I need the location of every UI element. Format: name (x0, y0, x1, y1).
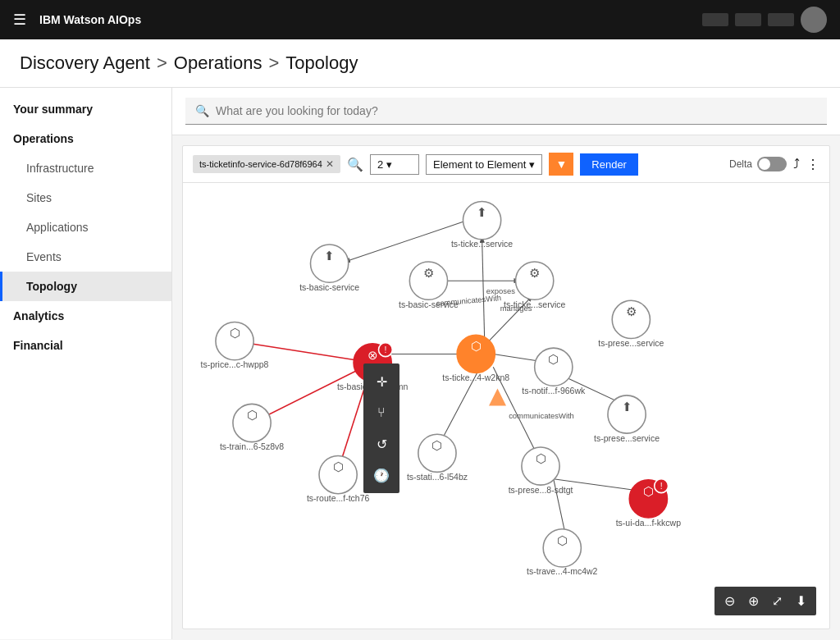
svg-text:ts-stati...6-l54bz: ts-stati...6-l54bz (407, 472, 468, 482)
app-title: IBM Watson AIOps (39, 13, 141, 26)
svg-text:⬆: ⬆ (477, 206, 487, 219)
funnel-icon: ▼ (555, 158, 567, 171)
svg-text:⬡: ⬡ (230, 327, 240, 340)
search-input[interactable] (216, 104, 817, 117)
zoom-controls: ⊖ ⊕ ⤢ ⬇ (714, 587, 816, 615)
filter-tag-text: ts-ticketinfo-service-6d78f6964-w2kn8 (199, 159, 322, 169)
svg-marker-20 (489, 388, 506, 405)
share-icon[interactable]: ⤴ (793, 157, 800, 171)
element-mode-chevron-icon: ▾ (529, 158, 535, 171)
svg-text:!: ! (660, 481, 663, 491)
main-layout: Your summary Operations Infrastructure S… (0, 88, 840, 639)
svg-text:⚙: ⚙ (529, 267, 540, 280)
sidebar-item-analytics[interactable]: Analytics (0, 301, 171, 331)
sidebar-item-sites[interactable]: Sites (0, 183, 171, 213)
sidebar-item-topology[interactable]: Topology (0, 272, 171, 301)
element-mode-label: Element to Element (433, 158, 526, 171)
svg-text:ts-prese...service: ts-prese...service (594, 433, 660, 443)
svg-text:ts-trave...4-mc4w2: ts-trave...4-mc4w2 (527, 566, 598, 576)
render-button[interactable]: Render (580, 153, 638, 176)
svg-text:communicatesWith: communicatesWith (509, 411, 574, 420)
filter-icon-button[interactable]: ▼ (549, 153, 573, 176)
topnav: ☰ IBM Watson AIOps (0, 0, 840, 39)
delta-toggle: Delta (729, 157, 787, 171)
history-tool-button[interactable]: 🕐 (367, 460, 396, 490)
topnav-controls (702, 7, 827, 33)
page-header: Discovery Agent > Operations > Topology (0, 39, 840, 88)
breadcrumb-item-1[interactable]: Discovery Agent (20, 53, 150, 74)
svg-line-8 (482, 238, 485, 341)
breadcrumb-sep-1: > (157, 53, 167, 74)
zoom-in-button[interactable]: ⊕ (745, 590, 762, 612)
topnav-btn-1[interactable] (702, 13, 728, 26)
depth-value: 2 (377, 158, 383, 171)
search-wrapper: 🔍 (172, 88, 840, 135)
topology-toolbar: ts-ticketinfo-service-6d78f6964-w2kn8 ✕ … (183, 146, 829, 183)
breadcrumb-item-2[interactable]: Operations (174, 53, 262, 74)
search-icon: 🔍 (195, 104, 209, 117)
branch-icon: ⑂ (377, 405, 386, 420)
delta-label: Delta (729, 158, 752, 170)
svg-text:ts-ticke...service: ts-ticke...service (451, 239, 513, 249)
topnav-btn-2[interactable] (735, 13, 761, 26)
download-button[interactable]: ⬇ (792, 590, 810, 612)
breadcrumb-item-3: Topology (285, 53, 358, 74)
sidebar-item-financial[interactable]: Financial (0, 331, 171, 360)
sidebar-item-applications[interactable]: Applications (0, 213, 171, 242)
breadcrumb-sep-2: > (268, 53, 279, 74)
delta-toggle-switch[interactable] (757, 157, 787, 171)
topology-panel: ts-ticketinfo-service-6d78f6964-w2kn8 ✕ … (182, 145, 830, 629)
svg-text:ts-notif...f-966wk: ts-notif...f-966wk (522, 386, 586, 395)
menu-icon[interactable]: ☰ (13, 11, 26, 29)
svg-text:!: ! (384, 345, 386, 354)
content-area: 🔍 ts-ticketinfo-service-6d78f6964-w2kn8 … (172, 88, 840, 639)
svg-text:⚙: ⚙ (423, 267, 434, 280)
svg-text:⚙: ⚙ (626, 305, 637, 318)
svg-text:⬡: ⬡ (431, 439, 442, 452)
svg-text:ts-price...c-hwpp8: ts-price...c-hwpp8 (201, 359, 269, 369)
user-avatar[interactable] (801, 7, 827, 33)
more-options-icon[interactable]: ⋮ (806, 157, 819, 172)
svg-text:ts-route...f-tch76: ts-route...f-tch76 (307, 493, 370, 503)
svg-line-18 (345, 221, 468, 262)
svg-text:⬡: ⬡ (548, 353, 559, 366)
svg-text:ts-basic-service: ts-basic-service (399, 299, 459, 309)
sidebar-item-infrastructure[interactable]: Infrastructure (0, 153, 171, 183)
svg-text:ts-ticke...4-w2kn8: ts-ticke...4-w2kn8 (442, 373, 509, 382)
filter-tag: ts-ticketinfo-service-6d78f6964-w2kn8 ✕ (193, 155, 340, 173)
svg-text:⬡: ⬡ (643, 485, 654, 498)
svg-text:⬡: ⬡ (247, 409, 258, 422)
svg-text:⊗: ⊗ (368, 349, 378, 362)
branch-tool-button[interactable]: ⑂ (367, 398, 396, 427)
sidebar-item-your-summary[interactable]: Your summary (0, 94, 171, 124)
sidebar: Your summary Operations Infrastructure S… (0, 88, 172, 639)
breadcrumb: Discovery Agent > Operations > Topology (20, 53, 820, 74)
svg-text:⬡: ⬡ (557, 534, 568, 547)
sidebar-item-operations[interactable]: Operations (0, 124, 171, 153)
svg-text:exposes: exposes (486, 286, 515, 295)
element-mode-select[interactable]: Element to Element ▾ (426, 154, 542, 175)
refresh-icon: ↺ (377, 437, 387, 452)
svg-text:⬆: ⬆ (324, 249, 335, 263)
zoom-out-button[interactable]: ⊖ (721, 590, 738, 612)
expand-button[interactable]: ⤢ (769, 590, 786, 612)
refresh-tool-button[interactable]: ↺ (367, 429, 396, 459)
history-icon: 🕐 (373, 468, 390, 483)
svg-text:ts-train...6-5z8v8: ts-train...6-5z8v8 (220, 441, 284, 451)
svg-text:ts-prese...8-sdtgt: ts-prese...8-sdtgt (509, 485, 573, 495)
svg-line-3 (252, 363, 372, 423)
sidebar-item-events[interactable]: Events (0, 242, 171, 272)
move-tool-button[interactable]: ✛ (367, 367, 396, 396)
filter-search-icon[interactable]: 🔍 (347, 157, 363, 172)
filter-tag-close-icon[interactable]: ✕ (326, 158, 334, 170)
topology-graph-svg[interactable]: communicatesWith exposes manages communi… (183, 183, 829, 629)
svg-text:ts-ui-da...f-kkcwp: ts-ui-da...f-kkcwp (616, 518, 682, 528)
depth-chevron-icon: ▾ (386, 158, 392, 171)
svg-text:ts-basic-service: ts-basic-service (299, 282, 359, 292)
svg-text:⬡: ⬡ (536, 452, 546, 465)
graph-canvas[interactable]: ✛ ⑂ ↺ 🕐 (183, 183, 829, 629)
topnav-btn-3[interactable] (768, 13, 794, 26)
svg-text:⬡: ⬡ (333, 460, 344, 473)
depth-select[interactable]: 2 ▾ (370, 154, 419, 175)
svg-text:ts-prese...service: ts-prese...service (598, 338, 664, 348)
